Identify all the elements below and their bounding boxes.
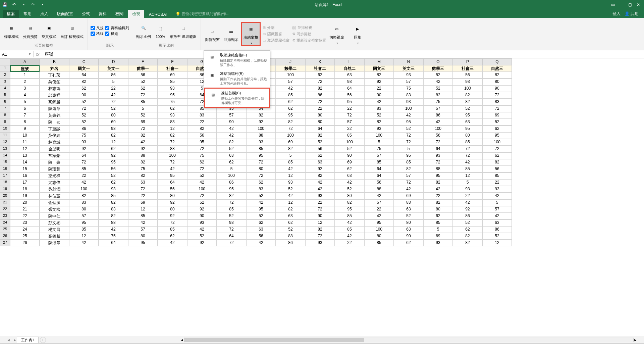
cell[interactable]: 80 — [158, 193, 187, 199]
cell[interactable]: 75 — [69, 132, 99, 139]
cell[interactable]: 57 — [364, 152, 394, 159]
cell[interactable]: 57 — [335, 119, 364, 126]
cell[interactable]: 83 — [69, 199, 99, 206]
cell[interactable]: 72 — [305, 79, 335, 85]
cell[interactable]: 陳瓊豐 — [40, 166, 69, 173]
cell[interactable]: 72 — [246, 159, 276, 166]
cell[interactable]: 62 — [99, 179, 128, 186]
col-header-B[interactable]: B — [40, 58, 69, 65]
cell[interactable]: 22 — [482, 179, 512, 186]
cell[interactable]: 85 — [453, 139, 482, 146]
cell[interactable]: 56 — [99, 166, 128, 173]
cell[interactable]: 85 — [364, 159, 394, 166]
cell[interactable]: 95 — [394, 152, 423, 159]
cell[interactable]: 83 — [482, 99, 512, 105]
cell[interactable]: 75 — [99, 233, 128, 240]
cell[interactable]: 42 — [99, 226, 128, 233]
cell[interactable]: 42 — [364, 213, 394, 219]
cell[interactable]: 吳俊緯 — [40, 132, 69, 139]
cell[interactable]: 62 — [276, 105, 305, 112]
cell[interactable]: 75 — [128, 166, 158, 173]
cell[interactable]: 93 — [423, 240, 453, 246]
cell[interactable]: 100 — [158, 152, 187, 159]
cell[interactable]: 高錦勝 — [40, 99, 69, 105]
cell[interactable]: 42 — [158, 240, 187, 246]
cell[interactable]: 42 — [335, 179, 364, 186]
cell[interactable]: 72 — [305, 206, 335, 213]
ruler-checkbox[interactable]: 尺規 — [91, 26, 104, 31]
cell[interactable]: 72 — [482, 146, 512, 152]
cell[interactable]: 42 — [305, 179, 335, 186]
close-icon[interactable]: ✕ — [637, 2, 640, 7]
cell[interactable]: 42 — [246, 199, 276, 206]
cell[interactable]: 42 — [335, 219, 364, 226]
hscroll-left[interactable]: ◄ — [180, 338, 184, 342]
cell[interactable]: 64 — [217, 233, 246, 240]
cell[interactable]: 56 — [305, 146, 335, 152]
cell[interactable]: 92 — [158, 213, 187, 219]
syncscroll-button[interactable]: ⇅同步捲動 — [291, 31, 327, 37]
cell[interactable]: 12 — [453, 173, 482, 179]
cell[interactable]: 82 — [217, 139, 246, 146]
cell[interactable]: 62 — [423, 213, 453, 219]
cell[interactable]: 72 — [128, 92, 158, 99]
cell[interactable]: 86 — [69, 126, 99, 132]
cell[interactable]: 14 — [10, 159, 40, 166]
cell[interactable]: 88 — [364, 186, 394, 193]
cell[interactable]: 64 — [69, 152, 99, 159]
row-header-27[interactable]: 27 — [0, 240, 10, 246]
newwindow-button[interactable]: ▭開新視窗 — [204, 25, 221, 43]
cell[interactable]: 21 — [10, 206, 40, 213]
cell[interactable]: 85 — [453, 166, 482, 173]
cell[interactable]: 12 — [69, 233, 99, 240]
cell[interactable]: 82 — [128, 173, 158, 179]
cell[interactable]: 52 — [246, 193, 276, 199]
sidebyside-button[interactable]: ▯▯並排檢視 — [291, 25, 327, 31]
cell[interactable]: 93 — [246, 139, 276, 146]
zoomto-button[interactable]: ⬚縮放至 選取範圍 — [168, 22, 198, 40]
cell[interactable]: 69 — [128, 119, 158, 126]
cell[interactable]: 82 — [246, 112, 276, 119]
row-header-20[interactable]: 20 — [0, 193, 10, 199]
cell[interactable]: 95 — [158, 173, 187, 179]
cell[interactable]: 82 — [99, 213, 128, 219]
save-icon[interactable]: 💾 — [1, 1, 8, 8]
cell[interactable]: 62 — [453, 226, 482, 233]
cell[interactable]: 5 — [364, 139, 394, 146]
cell[interactable]: 72 — [128, 186, 158, 193]
tab-home[interactable]: 常用 — [19, 10, 36, 18]
cell[interactable]: 17 — [10, 179, 40, 186]
cell[interactable]: 22 — [423, 193, 453, 199]
row-header-6[interactable]: 6 — [0, 99, 10, 105]
cell[interactable]: 69 — [394, 193, 423, 199]
cell[interactable]: 85 — [128, 99, 158, 105]
cell[interactable]: 52 — [453, 219, 482, 226]
col-header-F[interactable]: F — [158, 58, 187, 65]
cell[interactable]: 吳俊笙 — [40, 79, 69, 85]
pagelayout-button[interactable]: ▣整頁模式 — [40, 22, 58, 40]
cell[interactable]: 100 — [217, 173, 246, 179]
cell[interactable]: 彭文彬 — [40, 219, 69, 226]
cell[interactable]: 92 — [69, 146, 99, 152]
cell[interactable]: 75 — [187, 152, 217, 159]
cell[interactable]: 95 — [246, 206, 276, 213]
cell[interactable]: 93 — [364, 126, 394, 132]
cell[interactable]: 72 — [482, 105, 512, 112]
cell[interactable]: 12 — [305, 219, 335, 226]
cell[interactable]: 6 — [10, 105, 40, 112]
cell[interactable]: 82 — [394, 166, 423, 173]
cell[interactable]: 5 — [453, 179, 482, 186]
cell[interactable]: 62 — [158, 233, 187, 240]
cell[interactable]: 63 — [276, 213, 305, 219]
cell[interactable]: 12 — [276, 173, 305, 179]
cell[interactable]: 63 — [305, 159, 335, 166]
headings-checkbox[interactable]: 標題 — [105, 31, 129, 36]
cell[interactable]: 82 — [187, 126, 217, 132]
cell[interactable]: 85 — [335, 132, 364, 139]
cell[interactable]: 數學三 — [423, 65, 453, 72]
row-header-15[interactable]: 15 — [0, 159, 10, 166]
cell[interactable]: 56 — [335, 92, 364, 99]
cell[interactable]: 63 — [394, 226, 423, 233]
cell[interactable]: 52 — [187, 233, 217, 240]
cell[interactable]: 常家豪 — [40, 152, 69, 159]
